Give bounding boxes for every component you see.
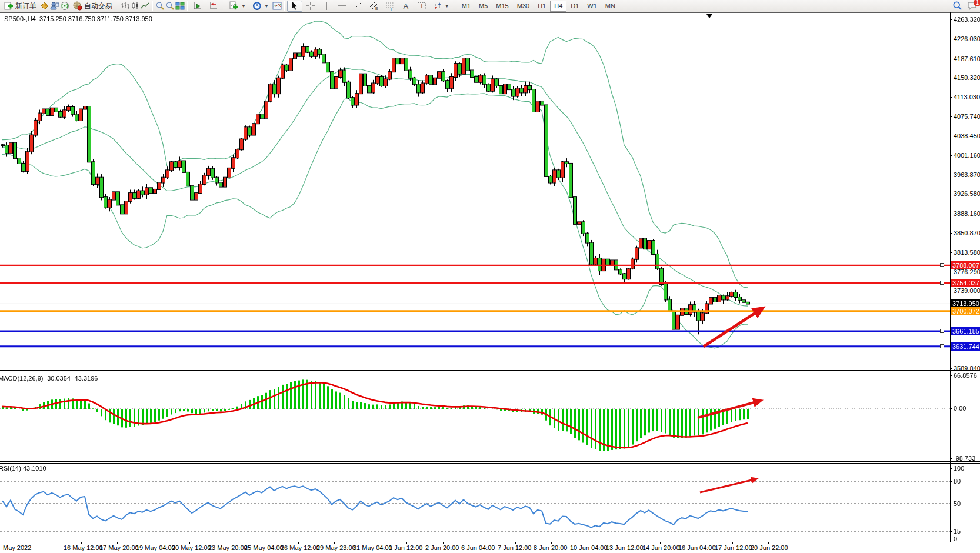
notifications-button[interactable]: 1 <box>967 1 978 11</box>
text-label-icon: T <box>417 1 426 11</box>
zoom-out-icon[interactable] <box>165 1 175 11</box>
time-tick-mark <box>334 542 335 544</box>
horizontal-line-tool[interactable] <box>335 1 350 12</box>
signals-icon[interactable] <box>60 1 69 11</box>
time-axis-label: 17 Jun 12:00 <box>715 544 752 551</box>
panel-separator[interactable] <box>0 370 980 371</box>
price-level-label[interactable]: 3631.744 <box>951 342 980 351</box>
crosshair-tool-button[interactable] <box>303 1 318 12</box>
symbol-period-label: SP500-,H4 <box>4 15 36 22</box>
auto-scroll-button[interactable] <box>190 1 205 12</box>
ohlc-readout: 3715.250 3716.750 3711.750 3713.950 <box>39 15 152 22</box>
time-tick-mark <box>660 542 661 544</box>
indicators-button[interactable]: ▼ <box>226 1 249 12</box>
panel-separator[interactable] <box>0 461 980 462</box>
horizontal-line-icon <box>338 1 347 11</box>
time-tick-mark <box>117 542 118 544</box>
auto-scroll-icon <box>193 1 202 11</box>
auto-trading-button[interactable]: 自动交易 <box>70 1 115 12</box>
zoom-in-icon[interactable] <box>155 1 165 11</box>
timeframe-h4[interactable]: H4 <box>550 1 566 12</box>
templates-icon[interactable] <box>272 1 282 11</box>
price-level-label[interactable]: 3754.037 <box>951 279 980 287</box>
level-line-handle[interactable] <box>940 344 944 348</box>
equidistant-channel-tool[interactable]: E <box>366 1 382 12</box>
time-axis-label: 26 May 12:00 <box>281 544 320 551</box>
vertical-line-icon <box>322 1 331 11</box>
panel-separator[interactable] <box>0 463 980 464</box>
toolbar-separator <box>224 1 224 11</box>
tile-windows-icon[interactable] <box>175 1 185 11</box>
line-chart-type-icon[interactable] <box>141 1 150 11</box>
fibonacci-icon: F <box>385 1 395 11</box>
level-line-handle[interactable] <box>940 263 944 267</box>
indicator-scale-label: 50 <box>954 500 961 507</box>
chart-shift-button[interactable] <box>206 1 221 12</box>
vertical-line-tool[interactable] <box>319 1 334 12</box>
cursor-icon <box>290 1 299 11</box>
timeframe-m5[interactable]: M5 <box>475 1 492 12</box>
market-watch-icon[interactable] <box>40 1 49 11</box>
time-axis-label: 8 Jun 20:00 <box>534 544 568 551</box>
text-tool[interactable]: A <box>398 1 414 12</box>
chart-title: SP500-,H4 3715.250 3716.750 3711.750 371… <box>4 15 152 22</box>
add-indicator-icon <box>229 1 239 11</box>
text-label-tool[interactable]: T <box>414 1 429 12</box>
search-icon[interactable] <box>952 1 962 11</box>
accounts-icon[interactable] <box>50 1 59 11</box>
price-tick-mark <box>950 116 952 117</box>
chart-shift-marker[interactable] <box>706 14 712 18</box>
new-order-icon <box>4 1 14 11</box>
timeframe-m30[interactable]: M30 <box>513 1 534 12</box>
auto-trading-icon <box>73 1 82 11</box>
periods-button[interactable]: ▼ <box>249 1 272 12</box>
channel-icon: E <box>369 1 379 11</box>
price-tick-mark <box>950 233 952 234</box>
arrows-tool-button[interactable]: ▼ <box>430 1 452 12</box>
price-tick-label: 4226.030 <box>954 35 980 42</box>
timeframe-d1[interactable]: D1 <box>566 1 583 12</box>
price-level-label[interactable]: 3661.185 <box>951 327 980 335</box>
candlestick-type-icon[interactable] <box>131 1 140 11</box>
indicator-tick-mark <box>950 539 952 539</box>
level-line-handle[interactable] <box>940 329 944 333</box>
svg-text:T: T <box>419 2 424 9</box>
price-level-label[interactable]: 3788.007 <box>951 261 980 269</box>
timeframe-m1[interactable]: M1 <box>458 1 475 12</box>
indicator-scale-label: 0.00 <box>954 405 966 412</box>
trendline-tool[interactable] <box>351 1 366 12</box>
rsi-indicator-label: RSI(14) 43.1010 <box>0 465 46 472</box>
time-tick-mark <box>226 542 226 544</box>
time-tick-mark <box>768 542 769 544</box>
level-line-handle[interactable] <box>940 281 944 285</box>
timeframe-w1[interactable]: W1 <box>583 1 601 12</box>
time-tick-mark <box>262 542 262 544</box>
price-chart-canvas[interactable] <box>0 13 950 370</box>
new-order-button[interactable]: 新订单 <box>1 1 39 12</box>
time-tick-mark <box>21 542 21 544</box>
timeframe-h1[interactable]: H1 <box>534 1 550 12</box>
time-tick-mark <box>479 542 479 544</box>
macd-panel-canvas[interactable] <box>0 372 950 461</box>
bar-chart-type-icon[interactable] <box>121 1 130 11</box>
time-tick-mark <box>624 542 624 544</box>
indicator-tick-mark <box>950 458 952 459</box>
cursor-tool-button[interactable] <box>287 1 302 12</box>
svg-text:F: F <box>391 7 393 11</box>
price-axis-border <box>950 12 951 542</box>
time-axis-label: 23 May 20:00 <box>208 544 248 551</box>
svg-text:A: A <box>403 2 408 11</box>
time-axis-label: 19 May 04:00 <box>136 544 175 551</box>
time-axis-label: 16 Jun 04:00 <box>678 544 716 551</box>
chevron-down-icon: ▼ <box>445 4 449 9</box>
price-tick-mark <box>950 252 952 253</box>
notification-badge: 1 <box>974 0 980 6</box>
price-level-label[interactable]: 3700.072 <box>951 307 980 315</box>
timeframe-m15[interactable]: M15 <box>492 1 512 12</box>
fibonacci-tool[interactable]: F <box>382 1 398 12</box>
time-tick-mark <box>406 542 407 544</box>
rsi-panel-canvas[interactable] <box>0 464 950 542</box>
time-axis-label: 20 May 12:00 <box>172 544 211 551</box>
panel-separator[interactable] <box>0 372 980 372</box>
timeframe-mn[interactable]: MN <box>601 1 619 12</box>
